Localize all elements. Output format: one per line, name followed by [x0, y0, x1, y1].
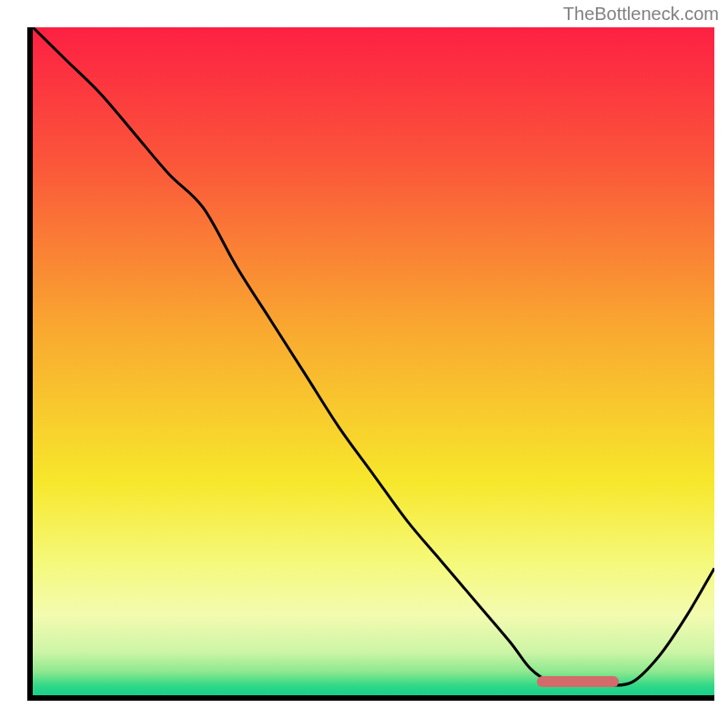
optimal-range-marker: [537, 676, 619, 687]
bottleneck-curve: [33, 27, 714, 685]
line-layer: [33, 27, 714, 695]
watermark-text: TheBottleneck.com: [563, 4, 719, 25]
plot-area: [33, 27, 714, 695]
chart-container: TheBottleneck.com: [0, 0, 728, 728]
